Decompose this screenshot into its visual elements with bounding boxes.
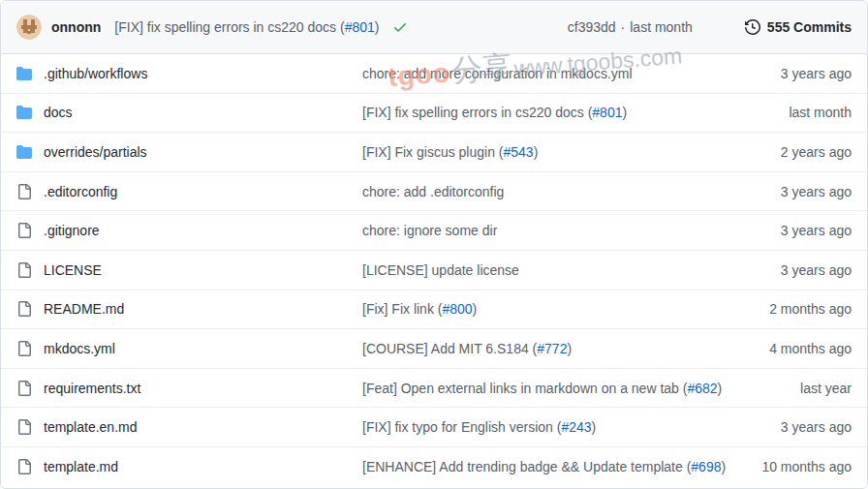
file-icon: [16, 341, 32, 356]
file-name-link[interactable]: .editorconfig: [44, 184, 117, 199]
pr-link[interactable]: #801: [592, 105, 622, 120]
file-name-link[interactable]: .gitignore: [44, 223, 100, 238]
commit-message-cell: [FIX] fix typo for English version (#243…: [362, 419, 781, 435]
paren-open: (: [495, 144, 504, 160]
file-name-link[interactable]: mkdocs.yml: [44, 341, 115, 356]
file-name-link[interactable]: overrides/partials: [44, 144, 147, 160]
commit-date: last year: [800, 381, 852, 396]
file-name-cell: docs: [16, 105, 362, 120]
commit-date: 2 years ago: [781, 144, 852, 160]
pr-link[interactable]: #543: [504, 144, 534, 160]
pr-link[interactable]: #682: [687, 381, 717, 396]
folder-icon: [16, 105, 32, 120]
commit-message-link[interactable]: [FIX] fix spelling errors in cs220 docs: [362, 105, 584, 120]
commit-message-cell: [COURSE] Add MIT 6.S184 (#772): [362, 341, 769, 356]
table-row[interactable]: template.en.md [FIX] fix typo for Englis…: [1, 408, 867, 447]
history-icon: [745, 19, 760, 35]
table-row[interactable]: docs [FIX] fix spelling errors in cs220 …: [1, 94, 867, 134]
file-name-link[interactable]: template.md: [44, 459, 118, 474]
commit-message-cell: chore: ignore some dir (): [362, 223, 781, 238]
commits-count: 555 Commits: [767, 19, 852, 35]
commit-message-link[interactable]: [FIX] fix typo for English version: [362, 419, 553, 435]
checks-status-button[interactable]: [392, 19, 408, 35]
commit-message-text: [FIX] fix spelling errors in cs220 docs: [114, 19, 336, 35]
file-name-cell: mkdocs.yml: [16, 341, 362, 356]
table-row[interactable]: .editorconfig chore: add .editorconfig (…: [1, 172, 867, 212]
table-row[interactable]: template.md [ENHANCE] Add trending badge…: [1, 447, 867, 487]
commit-hash-and-time[interactable]: cf393dd·last month: [568, 19, 693, 35]
commit-message-link[interactable]: chore: ignore some dir: [362, 223, 497, 238]
paren-close: ): [718, 381, 723, 396]
table-row[interactable]: .gitignore chore: ignore some dir () 3 y…: [1, 211, 867, 251]
commit-message-cell: [ENHANCE] Add trending badge && Update t…: [362, 459, 761, 474]
file-name-link[interactable]: docs: [44, 105, 73, 120]
file-name-link[interactable]: README.md: [44, 301, 124, 317]
file-icon: [16, 262, 32, 278]
file-name-link[interactable]: template.en.md: [44, 419, 138, 435]
commit-date: 3 years ago: [781, 184, 852, 199]
file-icon: [16, 381, 32, 396]
avatar-identicon: [16, 15, 42, 40]
file-name-link[interactable]: requirements.txt: [44, 381, 140, 396]
commit-date: 3 years ago: [781, 419, 852, 435]
avatar[interactable]: [16, 15, 42, 40]
paren-close: ): [473, 301, 478, 317]
pr-link[interactable]: #801: [345, 19, 375, 35]
table-row[interactable]: .github/workflows chore: add more config…: [1, 54, 867, 94]
paren-close: ): [721, 459, 726, 474]
repo-file-browser: onnonn [FIX] fix spelling errors in cs22…: [0, 0, 868, 489]
commit-message-link[interactable]: [COURSE] Add MIT 6.S184: [362, 341, 529, 356]
table-row[interactable]: overrides/partials [FIX] Fix giscus plug…: [1, 133, 867, 172]
paren-close: ): [375, 19, 380, 35]
commit-message-link[interactable]: [FIX] Fix giscus plugin: [362, 144, 495, 160]
table-row[interactable]: LICENSE [LICENSE] update license () 3 ye…: [1, 251, 867, 290]
table-row[interactable]: mkdocs.yml [COURSE] Add MIT 6.S184 (#772…: [1, 329, 867, 369]
separator-dot: ·: [621, 19, 626, 35]
file-name-cell: template.en.md: [16, 419, 362, 435]
commit-date: 4 months ago: [769, 341, 852, 356]
pr-link[interactable]: #772: [537, 341, 567, 356]
commit-message-cell: [Fix] Fix link (#800): [362, 301, 769, 317]
file-name-cell: README.md: [16, 301, 362, 317]
file-name-cell: .github/workflows: [16, 66, 362, 81]
commit-message-cell: [LICENSE] update license (): [362, 262, 781, 278]
pr-link[interactable]: #243: [561, 419, 591, 435]
commit-date: 3 years ago: [781, 223, 852, 238]
file-name-link[interactable]: LICENSE: [44, 262, 102, 278]
check-icon: [392, 19, 408, 35]
commit-message-link[interactable]: chore: add .editorconfig: [362, 184, 504, 199]
file-icon: [16, 184, 32, 199]
commit-date: last month: [789, 105, 852, 120]
commit-bar-right: cf393dd·last month 555 Commits: [568, 19, 852, 35]
commit-message-link[interactable]: [Feat] Open external links in markdown o…: [362, 381, 679, 396]
commit-date: 10 months ago: [761, 459, 852, 474]
commit-message-link[interactable]: [Fix] Fix link: [362, 301, 434, 317]
file-name-cell: overrides/partials: [16, 144, 362, 160]
commit-message-cell: chore: add more configuration in mkdocs.…: [362, 66, 781, 81]
commit-time: last month: [630, 19, 693, 35]
commit-date: 3 years ago: [781, 66, 852, 81]
table-row[interactable]: requirements.txt [Feat] Open external li…: [1, 369, 867, 409]
file-icon: [16, 223, 32, 238]
commit-message-cell: [FIX] Fix giscus plugin (#543): [362, 144, 781, 160]
commit-message-link[interactable]: [ENHANCE] Add trending badge && Update t…: [362, 459, 683, 474]
pr-link[interactable]: #698: [691, 459, 721, 474]
pr-link[interactable]: #800: [442, 301, 472, 317]
commit-message-link[interactable]: chore: add more configuration in mkdocs.…: [362, 66, 633, 81]
commit-author[interactable]: onnonn: [51, 19, 101, 35]
commits-history-link[interactable]: 555 Commits: [745, 19, 852, 35]
file-name-link[interactable]: .github/workflows: [44, 66, 147, 81]
commit-message-cell: chore: add .editorconfig (): [362, 184, 781, 199]
file-icon: [16, 459, 32, 474]
file-table: .github/workflows chore: add more config…: [1, 54, 867, 487]
commit-date: 3 years ago: [781, 262, 852, 278]
file-name-cell: template.md: [16, 459, 362, 474]
commit-message[interactable]: [FIX] fix spelling errors in cs220 docs …: [114, 19, 379, 35]
paren-close: ): [622, 105, 627, 120]
commit-message-cell: [Feat] Open external links in markdown o…: [362, 381, 800, 396]
commit-message-link[interactable]: [LICENSE] update license: [362, 262, 519, 278]
commit-date: 2 months ago: [769, 301, 852, 317]
table-row[interactable]: README.md [Fix] Fix link (#800) 2 months…: [1, 290, 867, 330]
latest-commit-bar: onnonn [FIX] fix spelling errors in cs22…: [1, 1, 867, 54]
commit-hash[interactable]: cf393dd: [568, 19, 616, 35]
